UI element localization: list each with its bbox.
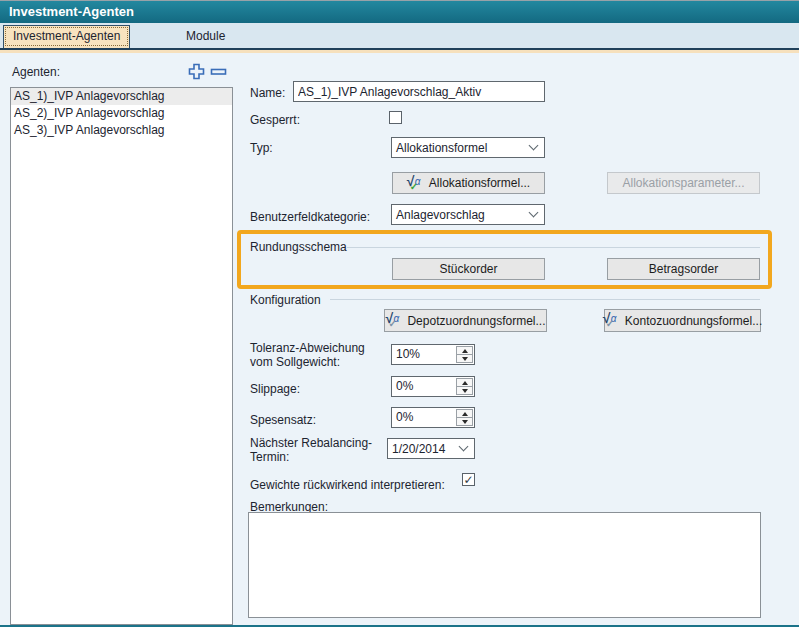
investment-agents-window: Investment-Agenten Investment-Agenten Mo… [0, 0, 799, 627]
next-rebalancing-date-dropdown[interactable]: 1/20/2014 [387, 438, 475, 459]
userfield-category-dropdown[interactable]: Anlagevorschlag [391, 204, 545, 225]
tolerance-spinner[interactable]: 10% [391, 344, 475, 365]
group-separator [347, 247, 760, 248]
spinner-buttons[interactable] [456, 346, 473, 363]
agents-list-label: Agenten: [12, 65, 60, 79]
remarks-textarea[interactable] [248, 512, 761, 618]
fee-rate-value[interactable]: 0% [392, 408, 455, 427]
plus-icon [188, 66, 205, 83]
remove-agent-button[interactable] [210, 63, 227, 80]
userfield-category-label: Benutzerfeldkategorie: [250, 210, 370, 224]
retroactive-weights-checkbox[interactable]: ✓ [462, 473, 475, 486]
retroactive-weights-label: Gewichte rückwirkend interpretieren: [250, 478, 445, 492]
slippage-label: Slippage: [250, 382, 300, 396]
name-label: Name: [250, 86, 285, 100]
minus-icon [210, 66, 227, 83]
type-dropdown[interactable]: Allokationsformel [391, 137, 545, 158]
spin-up-icon[interactable] [457, 379, 472, 386]
name-input[interactable] [293, 81, 545, 102]
type-label: Typ: [250, 141, 273, 155]
allocation-formula-button[interactable]: √α✓ Allokationsformel... [392, 172, 545, 194]
locked-checkbox[interactable] [389, 111, 402, 124]
formula-check-icon: √α✓ [603, 313, 620, 328]
tab-investment-agenten[interactable]: Investment-Agenten [3, 25, 130, 48]
tolerance-value[interactable]: 10% [392, 345, 455, 364]
userfield-category-value: Anlagevorschlag [396, 208, 485, 222]
list-item[interactable]: AS_3)_IVP Anlagevorschlag [11, 122, 232, 139]
group-separator [330, 299, 760, 300]
slippage-value[interactable]: 0% [392, 377, 455, 396]
agents-listbox[interactable]: AS_1)_IVP Anlagevorschlag AS_2)_IVP Anla… [10, 87, 233, 625]
list-item[interactable]: AS_2)_IVP Anlagevorschlag [11, 105, 232, 122]
window-title: Investment-Agenten [0, 1, 799, 23]
konto-assignment-formula-button[interactable]: √α✓ Kontozuordnungsformel... [604, 309, 761, 332]
locked-label: Gesperrt: [250, 113, 300, 127]
amount-order-button[interactable]: Betragsorder [607, 258, 760, 280]
tab-module[interactable]: Module [174, 25, 237, 48]
next-rebalancing-label: Nächster Rebalancing-Termin: [250, 436, 380, 464]
next-rebalancing-date-value: 1/20/2014 [392, 442, 445, 456]
active-tab-strip [0, 50, 799, 53]
unit-order-button[interactable]: Stückorder [392, 258, 545, 280]
chevron-down-icon [459, 442, 469, 452]
chevron-down-icon [529, 208, 539, 218]
rounding-scheme-title: Rundungsschema [250, 240, 347, 254]
fee-rate-label: Spesensatz: [250, 413, 316, 427]
spin-up-icon[interactable] [457, 347, 472, 354]
tolerance-label: Toleranz-Abweichung vom Sollgewicht: [250, 341, 386, 369]
list-item[interactable]: AS_1)_IVP Anlagevorschlag [11, 88, 232, 105]
allocation-parameter-button: Allokationsparameter... [607, 172, 760, 194]
spinner-buttons[interactable] [456, 409, 473, 426]
spin-up-icon[interactable] [457, 410, 472, 417]
spin-down-icon[interactable] [457, 386, 472, 394]
add-agent-button[interactable] [188, 63, 205, 80]
slippage-spinner[interactable]: 0% [391, 376, 475, 397]
chevron-down-icon [529, 141, 539, 151]
configuration-title: Konfiguration [250, 293, 321, 307]
fee-rate-spinner[interactable]: 0% [391, 407, 475, 428]
formula-check-icon: √α✓ [407, 176, 424, 191]
spin-down-icon[interactable] [457, 417, 472, 425]
type-dropdown-value: Allokationsformel [396, 141, 487, 155]
formula-check-icon: √α✓ [385, 313, 402, 328]
depot-assignment-formula-button[interactable]: √α✓ Depotzuordnungsformel... [384, 309, 547, 332]
spin-down-icon[interactable] [457, 354, 472, 362]
spinner-buttons[interactable] [456, 378, 473, 395]
